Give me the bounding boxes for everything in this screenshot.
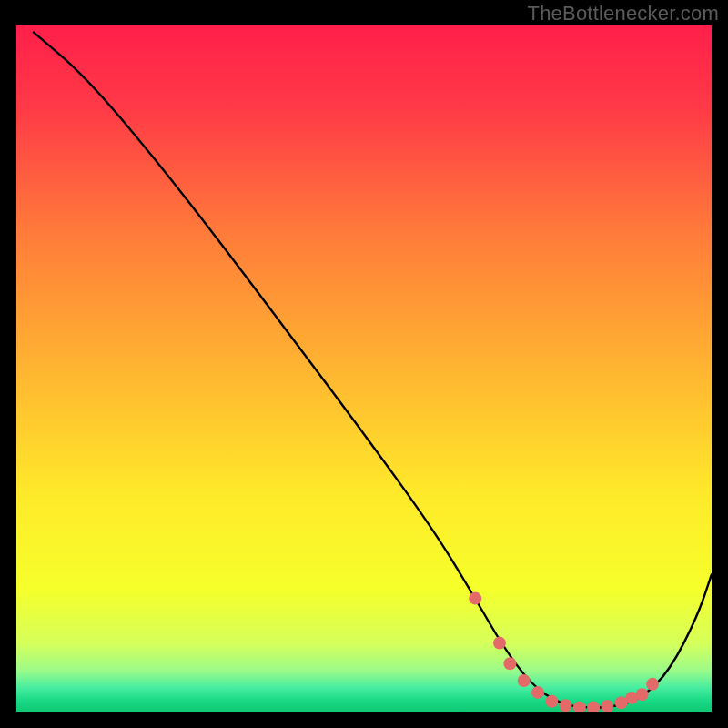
watermark-text: TheBottlenecker.com (528, 2, 719, 25)
marker-point (518, 674, 531, 687)
bottleneck-chart (0, 0, 728, 728)
marker-point (573, 701, 586, 713)
marker-point (469, 592, 481, 605)
marker-point (587, 701, 600, 713)
marker-point (545, 695, 558, 708)
marker-point (560, 699, 572, 712)
marker-point (636, 688, 649, 701)
marker-point (601, 700, 613, 713)
marker-point (646, 678, 659, 691)
chart-stage: TheBottlenecker.com (0, 0, 728, 728)
marker-point (493, 637, 506, 650)
marker-point (503, 657, 516, 670)
gradient-background (16, 25, 712, 712)
marker-point (531, 686, 544, 699)
